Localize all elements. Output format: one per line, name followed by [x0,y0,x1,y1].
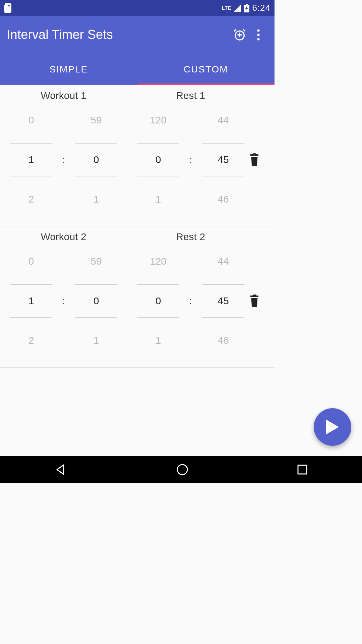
picker-above: 0 [10,245,52,278]
content: Workout 1 Rest 1 0 1 2 : 59 0 1 120 [0,85,275,368]
picker-value[interactable]: 45 [202,143,244,176]
picker-above: 120 [137,103,179,137]
workout-sec-picker[interactable]: 59 0 1 [75,103,117,216]
picker-below: 1 [137,324,179,357]
rest-label: Rest 1 [127,90,254,101]
overflow-menu-button[interactable] [249,25,268,44]
picker-above: 44 [202,245,244,278]
time-separator: : [179,295,202,307]
picker-below: 2 [10,324,52,357]
picker-below: 1 [75,182,117,216]
delete-set-button[interactable] [249,153,260,166]
rest-min-picker[interactable]: 120 0 1 [137,103,179,216]
picker-below: 46 [202,324,244,357]
rest-sec-picker[interactable]: 44 45 46 [202,245,244,357]
set-block-2: Workout 2 Rest 2 0 1 2 : 59 0 1 120 [0,226,275,368]
picker-above: 120 [137,245,179,278]
picker-below: 46 [202,182,244,216]
picker-below: 1 [137,182,179,216]
time-separator: : [179,154,202,165]
workout-min-picker[interactable]: 0 1 2 [10,245,52,357]
android-nav-bar [0,456,275,483]
signal-icon [234,4,241,12]
add-alarm-button[interactable] [230,25,249,44]
svg-point-2 [257,38,260,40]
workout-min-picker[interactable]: 0 1 2 [10,103,52,216]
back-button[interactable] [54,463,68,476]
battery-charging-icon [244,4,249,12]
app-bar: Interval Timer Sets [0,16,275,54]
tab-custom[interactable]: CUSTOM [137,54,275,85]
picker-above: 59 [75,245,117,278]
home-button[interactable] [176,464,188,476]
picker-above: 59 [75,103,117,137]
lte-icon: LTE [222,5,231,11]
picker-value[interactable]: 1 [10,284,52,318]
picker-above: 0 [10,103,52,137]
workout-label: Workout 2 [0,231,127,243]
page-title: Interval Timer Sets [7,28,230,42]
picker-above: 44 [202,103,244,137]
tab-simple[interactable]: SIMPLE [0,54,137,85]
sd-card-icon [4,3,11,13]
rest-label: Rest 2 [127,231,254,243]
svg-point-0 [257,29,260,32]
svg-point-1 [257,34,260,36]
picker-value[interactable]: 0 [137,284,179,318]
picker-value[interactable]: 0 [75,284,117,318]
status-time: 6:24 [252,3,270,13]
time-separator: : [52,154,75,165]
picker-value[interactable]: 45 [202,284,244,318]
rest-min-picker[interactable]: 120 0 1 [137,245,179,357]
picker-below: 2 [10,182,52,216]
workout-label: Workout 1 [0,90,127,101]
svg-point-3 [177,465,187,475]
status-bar: LTE 6:24 [0,0,275,16]
set-block-1: Workout 1 Rest 1 0 1 2 : 59 0 1 120 [0,85,275,226]
delete-set-button[interactable] [249,294,260,307]
tabs: SIMPLE CUSTOM [0,54,275,85]
time-separator: : [52,295,75,307]
picker-below: 1 [75,324,117,357]
workout-sec-picker[interactable]: 59 0 1 [75,245,117,357]
rest-sec-picker[interactable]: 44 45 46 [202,103,244,216]
picker-value[interactable]: 1 [10,143,52,176]
picker-value[interactable]: 0 [75,143,117,176]
picker-value[interactable]: 0 [137,143,179,176]
